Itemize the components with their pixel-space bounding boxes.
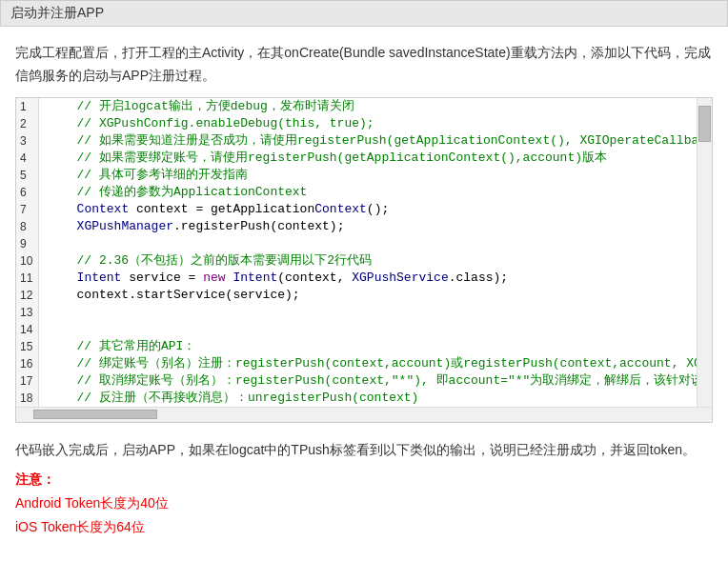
line-num: 2 bbox=[16, 115, 38, 132]
code-line: // 反注册（不再接收消息）：unregisterPush(context) bbox=[47, 390, 689, 407]
line-num: 11 bbox=[16, 270, 38, 287]
code-line: // 2.36（不包括）之前的版本需要调用以下2行代码 bbox=[47, 252, 689, 270]
note-item-ios: iOS Token长度为64位 bbox=[15, 515, 713, 539]
line-num: 16 bbox=[16, 355, 38, 372]
code-line: Intent service = new Intent(context, XGP… bbox=[47, 270, 689, 287]
line-num: 10 bbox=[16, 252, 38, 270]
line-num: 1 bbox=[16, 98, 38, 115]
note-label: 注意： bbox=[15, 471, 55, 487]
line-num: 13 bbox=[16, 304, 38, 321]
code-line: // 绑定账号（别名）注册：registerPush(context,accou… bbox=[47, 355, 689, 372]
description-text: 完成工程配置后，打开工程的主Activity，在其onCreate(Bundle… bbox=[0, 27, 728, 97]
code-line: // 如果需要知道注册是否成功，请使用registerPush(getAppli… bbox=[47, 132, 689, 150]
scrollbar-corner bbox=[697, 408, 712, 422]
page-title: 启动并注册APP bbox=[0, 0, 728, 27]
line-num: 7 bbox=[16, 201, 38, 218]
horizontal-scrollbar-thumb[interactable] bbox=[33, 410, 157, 419]
line-num: 8 bbox=[16, 218, 38, 235]
line-num: 18 bbox=[16, 390, 38, 407]
code-line: // 传递的参数为ApplicationContext bbox=[47, 184, 689, 201]
code-block[interactable]: 1234567891011121314151617181920 // 开启log… bbox=[15, 97, 713, 423]
code-line: // 取消绑定账号（别名）：registerPush(context,"*"),… bbox=[47, 372, 689, 390]
code-line bbox=[47, 304, 689, 321]
after-code-section: 代码嵌入完成后，启动APP，如果在logcat中的TPush标签看到以下类似的输… bbox=[0, 423, 728, 550]
code-line bbox=[47, 321, 689, 338]
horizontal-scrollbar[interactable] bbox=[16, 408, 697, 422]
line-num: 12 bbox=[16, 287, 38, 304]
line-num: 3 bbox=[16, 132, 38, 150]
line-numbers: 1234567891011121314151617181920 bbox=[16, 98, 39, 407]
code-line: // 具体可参考详细的开发指南 bbox=[47, 167, 689, 184]
vertical-scrollbar[interactable] bbox=[697, 98, 712, 407]
code-line: // 其它常用的API： bbox=[47, 338, 689, 355]
line-num: 5 bbox=[16, 167, 38, 184]
horizontal-scrollbar-row[interactable] bbox=[16, 407, 712, 422]
code-line: context.startService(service); bbox=[47, 287, 689, 304]
line-num: 9 bbox=[16, 235, 38, 252]
code-line: // XGPushConfig.enableDebug(this, true); bbox=[47, 115, 689, 132]
code-line: Context context = getApplicationContext(… bbox=[47, 201, 689, 218]
code-line: XGPushManager.registerPush(context); bbox=[47, 218, 689, 235]
page-container: 启动并注册APP 完成工程配置后，打开工程的主Activity，在其onCrea… bbox=[0, 0, 728, 549]
line-num: 6 bbox=[16, 184, 38, 201]
code-line: // 如果需要绑定账号，请使用registerPush(getApplicati… bbox=[47, 150, 689, 167]
code-content[interactable]: // 开启logcat输出，方便debug，发布时请关闭 // XGPushCo… bbox=[39, 98, 697, 407]
line-num: 17 bbox=[16, 372, 38, 390]
note-item-android: Android Token长度为40位 bbox=[15, 491, 713, 515]
after-description: 代码嵌入完成后，启动APP，如果在logcat中的TPush标签看到以下类似的输… bbox=[15, 438, 713, 462]
line-num: 4 bbox=[16, 150, 38, 167]
line-num: 14 bbox=[16, 321, 38, 338]
vertical-scrollbar-thumb[interactable] bbox=[698, 106, 711, 142]
code-line bbox=[47, 235, 689, 252]
code-line: // 开启logcat输出，方便debug，发布时请关闭 bbox=[47, 98, 689, 115]
line-num: 15 bbox=[16, 338, 38, 355]
